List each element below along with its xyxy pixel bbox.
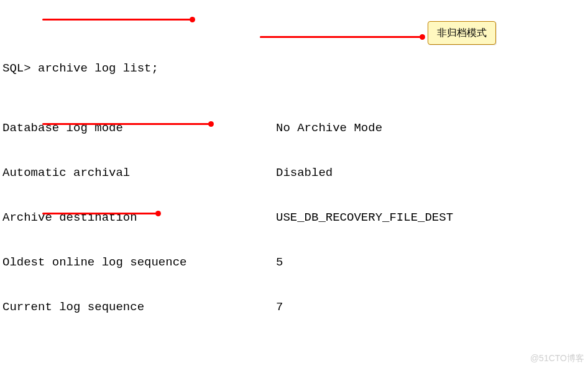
annotation-underline xyxy=(42,123,210,125)
terminal-output: SQL> archive log list; Database log mode… xyxy=(2,1,586,368)
sql-line-1: SQL> archive log list; xyxy=(2,61,586,76)
kv-label: Current log sequence xyxy=(2,300,276,315)
kv-label: Automatic archival xyxy=(2,165,276,180)
kv-label: Oldest online log sequence xyxy=(2,255,276,270)
kv-value: 7 xyxy=(276,300,283,315)
kv-value: 5 xyxy=(276,255,283,270)
annotation-underline xyxy=(42,19,191,21)
annotation-underline xyxy=(42,213,157,214)
callout-no-archive-mode: 非归档模式 xyxy=(428,21,496,45)
kv-oldest-seq: Oldest online log sequence5 xyxy=(2,255,586,270)
kv-current-seq: Current log sequence7 xyxy=(2,300,586,315)
kv-auto-archival: Automatic archivalDisabled xyxy=(2,165,586,180)
kv-value: Disabled xyxy=(276,165,333,180)
annotation-underline xyxy=(260,36,421,38)
callout-text: 非归档模式 xyxy=(437,27,487,38)
kv-value: USE_DB_RECOVERY_FILE_DEST xyxy=(276,210,453,225)
watermark: @51CTO博客 xyxy=(530,351,584,366)
kv-value: No Archive Mode xyxy=(276,121,382,136)
cmd-archive-log-list: archive log list; xyxy=(38,62,158,75)
sql-prompt: SQL> xyxy=(2,62,31,75)
